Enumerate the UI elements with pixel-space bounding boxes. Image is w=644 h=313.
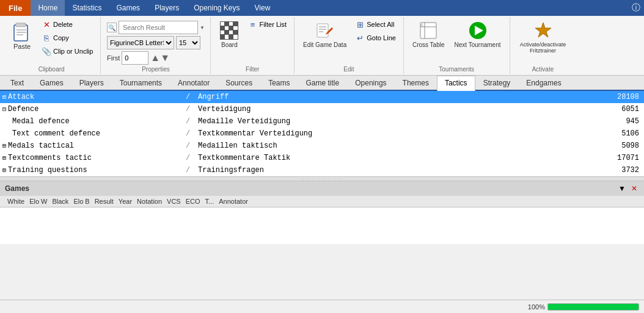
- filter-list-icon: ≡: [247, 20, 257, 29]
- table-row[interactable]: ⊞Textcomments tactic/Textkommentare Takt…: [0, 152, 644, 164]
- tab-sources[interactable]: Sources: [218, 76, 260, 90]
- view-menu[interactable]: View: [247, 0, 278, 16]
- select-all-button[interactable]: ⊞ Select All: [353, 18, 398, 31]
- splitter[interactable]: · · · · · · · ·: [0, 176, 644, 181]
- table-row[interactable]: ⊞Attack/Angriff28108: [0, 91, 644, 103]
- cross-table-button[interactable]: C Cross Table: [409, 18, 448, 51]
- edit-small-btns: ⊞ Select All ↵ Goto Line: [353, 18, 398, 44]
- collapse-icon[interactable]: ⊟: [2, 106, 6, 113]
- games-col-vcs[interactable]: VCS: [164, 198, 183, 205]
- search-dropdown[interactable]: ▼: [200, 25, 205, 31]
- font-select[interactable]: FigurineCB LetterS: [107, 36, 174, 49]
- table-row[interactable]: Text comment defence/Textkommentar Verte…: [0, 128, 644, 140]
- games-col-annotator[interactable]: Annotator: [216, 198, 251, 205]
- tab-players[interactable]: Players: [71, 76, 112, 90]
- first-input[interactable]: [122, 51, 148, 65]
- edit-group: Edit Game Data ⊞ Select All ↵ Goto Line …: [295, 17, 404, 74]
- paste-button[interactable]: Paste: [7, 18, 37, 52]
- tab-themes[interactable]: Themes: [395, 76, 437, 90]
- tab-games[interactable]: Games: [32, 76, 71, 90]
- small-buttons: ✕ Delete ⎘ Copy 📎 Clip or Unclip: [39, 18, 95, 57]
- next-tournament-button[interactable]: Next Tournament: [451, 18, 505, 51]
- cross-table-label: Cross Table: [412, 41, 445, 48]
- tab-text[interactable]: Text: [2, 76, 32, 90]
- font-row: FigurineCB LetterS 15: [107, 36, 205, 49]
- clip-button[interactable]: 📎 Clip or Unclip: [39, 45, 95, 57]
- select-all-label: Select All: [367, 21, 394, 28]
- expand-icon[interactable]: ⊞: [2, 143, 6, 149]
- tab-tactics[interactable]: Tactics: [437, 76, 475, 91]
- svg-rect-15: [221, 31, 224, 34]
- clip-icon: 📎: [42, 46, 51, 56]
- size-select[interactable]: 15: [176, 36, 200, 49]
- games-menu[interactable]: Games: [109, 0, 147, 16]
- svg-rect-23: [317, 24, 328, 37]
- games-col-year[interactable]: Year: [116, 198, 134, 205]
- copy-button[interactable]: ⎘ Copy: [39, 32, 95, 44]
- games-col-elo-w[interactable]: Elo W: [27, 198, 49, 205]
- games-close-btn[interactable]: ✕: [629, 184, 639, 193]
- table-row[interactable]: ⊞Training questions/Trainingsfragen3732: [0, 164, 644, 176]
- edit-items: Edit Game Data ⊞ Select All ↵ Goto Line: [299, 18, 398, 65]
- board-items: Board ≡ Filter List: [216, 18, 289, 65]
- games-col-eco[interactable]: ECO: [183, 198, 203, 205]
- splitter-handle: · · · · · · · ·: [302, 176, 341, 182]
- goto-line-icon: ↵: [355, 33, 365, 43]
- goto-line-button[interactable]: ↵ Goto Line: [353, 32, 398, 44]
- clipboard-label: Clipboard: [38, 65, 65, 73]
- svg-rect-9: [229, 22, 233, 26]
- svg-rect-22: [233, 35, 238, 39]
- table-row[interactable]: ⊟Defence/Verteidigung6051: [0, 103, 644, 115]
- tab-openings[interactable]: Openings: [347, 76, 394, 90]
- delete-icon: ✕: [42, 20, 51, 29]
- tree-table: ⊞Attack/Angriff28108⊟Defence/Verteidigun…: [0, 91, 644, 176]
- activate-label-group: Activate: [532, 65, 554, 73]
- tab-bar: TextGamesPlayersTournamentsAnnotatorSour…: [0, 76, 644, 91]
- games-controls: ▼ ✕: [617, 184, 639, 193]
- tab-game-title[interactable]: Game title: [298, 76, 348, 90]
- tournaments-group: C Cross Table Next Tournament Tournament…: [404, 17, 510, 74]
- progress-bar-container: [547, 303, 639, 311]
- opening-keys-menu[interactable]: Opening Keys: [186, 0, 247, 16]
- tab-tournaments[interactable]: Tournaments: [112, 76, 170, 90]
- tab-teams[interactable]: Teams: [260, 76, 298, 90]
- svg-marker-33: [535, 23, 551, 37]
- board-btn-label: Board: [221, 41, 238, 48]
- tab-annotator[interactable]: Annotator: [170, 76, 218, 90]
- edit-game-data-button[interactable]: Edit Game Data: [299, 18, 350, 51]
- statistics-menu[interactable]: Statistics: [65, 0, 109, 16]
- expand-icon[interactable]: ⊞: [2, 94, 6, 101]
- players-menu[interactable]: Players: [147, 0, 186, 16]
- file-menu[interactable]: File: [0, 0, 31, 16]
- games-dropdown-btn[interactable]: ▼: [617, 184, 627, 193]
- board-button[interactable]: Board: [216, 18, 243, 51]
- games-col-black[interactable]: Black: [49, 198, 71, 205]
- paste-label: Paste: [13, 43, 31, 50]
- table-row[interactable]: ⊞Medals tactical/Medaillen taktisch5098: [0, 140, 644, 152]
- games-col-notation[interactable]: Notation: [134, 198, 164, 205]
- first-row: First ▲▼: [107, 51, 205, 65]
- activate-items: Activate/deactivate Fritztrainer: [515, 18, 571, 65]
- games-col-white[interactable]: White: [5, 198, 27, 205]
- table-row[interactable]: Medal defence/Medaille Verteidigung945: [0, 115, 644, 128]
- paste-icon: [11, 21, 33, 43]
- games-col-result[interactable]: Result: [92, 198, 116, 205]
- games-col-t...[interactable]: T...: [203, 198, 217, 205]
- tab-endgames[interactable]: Endgames: [518, 76, 569, 90]
- delete-button[interactable]: ✕ Delete: [39, 18, 95, 31]
- first-dropdown[interactable]: ▲▼: [150, 52, 170, 63]
- clip-label: Clip or Unclip: [53, 48, 93, 55]
- help-icon[interactable]: ⓘ: [632, 2, 640, 13]
- progress-label: 100%: [528, 303, 545, 311]
- menu-bar: File Home Statistics Games Players Openi…: [0, 0, 644, 16]
- home-menu[interactable]: Home: [31, 0, 65, 16]
- copy-icon: ⎘: [42, 33, 51, 43]
- activate-button[interactable]: Activate/deactivate Fritztrainer: [515, 18, 571, 56]
- games-col-elo-b[interactable]: Elo B: [71, 198, 92, 205]
- filter-list-button[interactable]: ≡ Filter List: [245, 18, 289, 31]
- tab-strategy[interactable]: Strategy: [475, 76, 519, 90]
- expand-icon[interactable]: ⊞: [2, 167, 6, 174]
- expand-icon[interactable]: ⊞: [2, 155, 6, 162]
- search-input[interactable]: [119, 21, 198, 34]
- games-title: Games: [5, 184, 29, 193]
